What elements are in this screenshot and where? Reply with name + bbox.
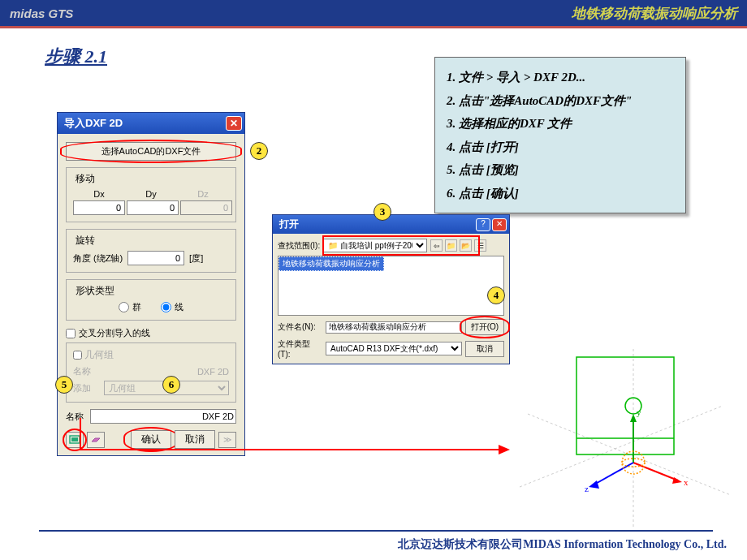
filename-label: 文件名(N): (278, 321, 322, 333)
file-list[interactable]: 地铁移动荷载振动响应分析 (278, 256, 504, 316)
geo-legend: 几何组 (84, 349, 114, 360)
dx-input[interactable] (73, 200, 125, 215)
rotate-legend: 旋转 (73, 234, 97, 248)
cross-split-label: 交叉分割导入的线 (79, 327, 150, 339)
rotate-label: 角度 (绕Z轴) (73, 252, 123, 265)
dialog1-title: 导入DXF 2D (64, 116, 123, 131)
info-step-5: 5. 点击 [预览] (447, 158, 674, 182)
dy-input[interactable] (127, 200, 179, 215)
back-icon[interactable]: ⇦ (430, 239, 443, 252)
open-file-dialog: 打开 ? ✕ 查找范围(I): 📁 自我培训 ppt例子200803 ⇦ 📁 📂… (272, 214, 510, 364)
app-name: midas GTS (10, 6, 73, 20)
move-legend: 移动 (73, 172, 97, 186)
newfolder-icon[interactable]: 📂 (460, 239, 472, 252)
svg-line-2 (520, 406, 723, 487)
select-dxf-button[interactable]: 选择AutoCAD的DXF文件 (66, 142, 236, 161)
arrow-v (80, 418, 81, 450)
shape-line-radio[interactable]: 线 (161, 301, 184, 313)
dialog2-title: 打开 (279, 218, 299, 231)
header: midas GTS 地铁移动荷载振动响应分析 (0, 0, 747, 26)
lookin-label: 查找范围(I): (278, 240, 320, 252)
svg-text:y: y (637, 407, 641, 417)
geo-checkbox[interactable] (73, 351, 82, 360)
rotate-fieldset: 旋转 角度 (绕Z轴) [度] (66, 229, 236, 273)
svg-text:z: z (585, 484, 589, 493)
badge-2: 2 (250, 142, 268, 160)
erase-icon[interactable] (87, 432, 105, 448)
dz-input (180, 200, 232, 215)
shape-fieldset: 形状类型 群 线 (66, 279, 236, 321)
rotate-unit: [度] (189, 252, 203, 265)
up-icon[interactable]: 📁 (445, 239, 457, 252)
info-step-2: 2. 点击"选择AutoCAD的DXF文件" (447, 89, 674, 113)
header-divider (0, 26, 747, 28)
info-step-6: 6. 点击 [确认] (447, 182, 674, 205)
geo-name-label: 名称 (73, 365, 96, 377)
filetype-label: 文件类型(T): (278, 338, 322, 359)
rotate-input[interactable] (127, 251, 184, 265)
footer-text: 北京迈达斯技术有限公司MIDAS Information Technology … (0, 537, 747, 552)
header-subtitle: 地铁移动荷载振动响应分析 (572, 4, 737, 23)
shape-legend: 形状类型 (73, 284, 117, 298)
name-input[interactable] (90, 409, 236, 424)
step-title: 步骤 2.1 (45, 45, 107, 69)
svg-text:x: x (684, 477, 689, 487)
info-step-1: 1. 文件 > 导入 > DXF 2D... (447, 66, 674, 89)
lookin-select[interactable]: 📁 自我培训 ppt例子200803 (323, 239, 427, 252)
open-button[interactable]: 打开(O) (465, 319, 504, 335)
close-icon[interactable]: ✕ (226, 116, 242, 131)
cancel-button[interactable]: 取消 (175, 430, 215, 449)
svg-rect-1 (71, 437, 78, 442)
dx-label: Dx (73, 189, 125, 199)
badge-6: 6 (162, 376, 180, 394)
help-icon[interactable]: ? (476, 218, 490, 231)
shape-group-radio[interactable]: 群 (119, 301, 141, 313)
arrow-head-icon (499, 445, 510, 454)
filetype-select[interactable]: AutoCAD R13 DXF文件(*.dxf) (326, 342, 462, 355)
import-dxf-dialog: 导入DXF 2D ✕ 选择AutoCAD的DXF文件 移动 Dx Dy Dz 旋… (57, 112, 245, 456)
info-step-3: 3. 选择相应的DXF 文件 (447, 112, 674, 136)
ok-button[interactable]: 确认 (131, 430, 171, 449)
info-box: 1. 文件 > 导入 > DXF 2D... 2. 点击"选择AutoCAD的D… (434, 57, 686, 213)
badge-5: 5 (55, 376, 73, 394)
move-fieldset: 移动 Dx Dy Dz (66, 167, 236, 222)
geo-name-value: DXF 2D (104, 367, 229, 377)
dy-label: Dy (125, 189, 177, 199)
3d-viewport: x y z (520, 349, 739, 528)
arrow-h (80, 449, 502, 450)
badge-3: 3 (374, 203, 391, 221)
expand-icon[interactable]: ≫ (218, 432, 236, 448)
badge-4: 4 (487, 286, 505, 304)
svg-line-11 (593, 463, 633, 485)
footer-divider (39, 530, 713, 532)
dz-label: Dz (177, 189, 229, 199)
filename-input[interactable] (326, 321, 462, 334)
dialog2-titlebar[interactable]: 打开 ? ✕ (273, 215, 509, 234)
dialog1-titlebar[interactable]: 导入DXF 2D ✕ (58, 113, 244, 134)
file-cancel-button[interactable]: 取消 (465, 341, 504, 357)
info-step-4: 4. 点击 [打开] (447, 136, 674, 159)
close-icon[interactable]: ✕ (492, 218, 507, 231)
cross-split-checkbox[interactable] (66, 329, 76, 338)
file-item[interactable]: 地铁移动荷载振动响应分析 (279, 256, 384, 271)
geo-add-label: 添加 (73, 382, 96, 394)
geo-fieldset: 几何组 名称 DXF 2D 添加 几何组 (66, 342, 236, 403)
views-icon[interactable]: ☰ (474, 239, 486, 252)
